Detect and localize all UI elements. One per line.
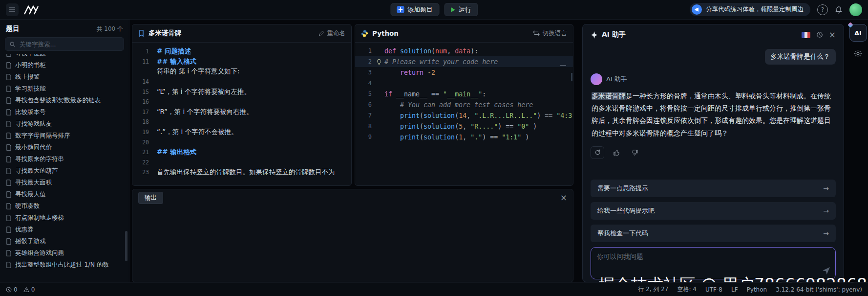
code-editor-panel: Python 切换语言 1 def solution(num, data): 2: [355, 24, 573, 186]
problem-list-item[interactable]: 寻找最大的葫芦: [0, 165, 129, 177]
code-line[interactable]: 1 def solution(num, data):: [355, 46, 573, 56]
problem-list-item[interactable]: 英雄组合游戏问题: [0, 247, 129, 259]
problem-list-item[interactable]: 寻找游戏队友: [0, 118, 129, 130]
output-tab[interactable]: 输出: [138, 192, 163, 204]
rename-button[interactable]: 重命名: [318, 29, 346, 38]
problem-item-label: 比较版本号: [15, 108, 46, 116]
suggestion-button[interactable]: 给我一些代码提示吧 →: [591, 202, 836, 220]
problem-list-item[interactable]: 寻找包含斐波那契数最多的链表: [0, 94, 129, 106]
regenerate-button[interactable]: [591, 146, 604, 159]
markdown-line: 21 ## 输出格式: [134, 147, 347, 158]
search-box[interactable]: [5, 37, 124, 51]
code-token: (: [455, 112, 459, 119]
problem-list-item[interactable]: 有点限制地走楼梯: [0, 212, 129, 224]
bell-icon[interactable]: [835, 6, 843, 14]
problem-list-item[interactable]: 比较版本号: [0, 106, 129, 118]
menu-button[interactable]: [6, 3, 19, 16]
code-token: solution: [423, 123, 455, 130]
switch-language-button[interactable]: 切换语言: [533, 29, 567, 38]
code-token: -2: [427, 69, 435, 76]
sidebar-scrollbar[interactable]: [125, 231, 127, 261]
code-line-number: 3: [355, 69, 372, 76]
code-editor-body[interactable]: 1 def solution(num, data): 2 # Please wr…: [355, 43, 573, 142]
problem-item-label: 找出整型数组中占比超过 1/N 的数: [15, 261, 109, 269]
statusbar-item[interactable]: 3.12.2 64-bit ('shims': pyenv): [776, 286, 862, 293]
code-line[interactable]: 2 # Please write your code here: [355, 56, 573, 67]
add-problem-button[interactable]: 添加题目: [390, 3, 439, 16]
search-input[interactable]: [19, 40, 120, 48]
statusbar-item[interactable]: 行 2, 列 27: [638, 285, 668, 294]
code-token: ): [529, 123, 537, 130]
problem-list-item[interactable]: 线上报警: [0, 71, 129, 83]
code-token: (: [455, 134, 459, 141]
settings-icon[interactable]: [854, 49, 862, 58]
search-icon: [9, 41, 16, 47]
share-promo-button[interactable]: 分享代码练习体验，领限量定制周边: [690, 3, 810, 16]
problem-list-item[interactable]: 寻找最大值: [0, 188, 129, 200]
ai-assistant-panel: AI 助手 × 多米诺骨牌是什么？ AI 助手 多米诺骨牌是一种长方形的骨牌，通…: [582, 24, 844, 282]
problem-list-item[interactable]: 优惠券: [0, 224, 129, 235]
problem-list-item[interactable]: 硬币凑数: [0, 200, 129, 212]
ai-toggle-button[interactable]: AI: [849, 24, 867, 42]
problem-list-item[interactable]: 找出最长的神奇数列: [0, 271, 129, 273]
statusbar: 0 0 行 2, 列 27 空格: 4 UTF-8 LF Python 3.12…: [0, 282, 868, 296]
markdown-line: 符串的 第 i 个字符意义如下:: [134, 67, 347, 77]
code-token: def: [384, 47, 400, 55]
problems-summary[interactable]: 0 0: [6, 286, 35, 293]
markdown-text: “L”，第 i 个字符将要被向左推。: [157, 88, 251, 96]
problem-markdown-body[interactable]: 1 # 问题描述 11 ## 输入格式 符串的 第 i 个字符意义如下: 14: [132, 43, 351, 178]
statusbar-item[interactable]: UTF-8: [705, 286, 722, 293]
statusbar-right: 行 2, 列 27 空格: 4 UTF-8 LF Python 3.12.2 6…: [638, 285, 862, 294]
lightbulb-icon[interactable]: [375, 59, 383, 65]
run-button[interactable]: 运行: [444, 3, 478, 16]
code-line[interactable]: 6 # You can add more test cases here: [355, 99, 573, 110]
suggestion-button[interactable]: 需要一点思路提示 →: [591, 180, 836, 197]
problem-list-item[interactable]: 找出整型数组中占比超过 1/N 的数: [0, 259, 129, 271]
send-icon[interactable]: [822, 267, 830, 275]
suggestion-button[interactable]: 帮我检查一下代码 →: [591, 225, 836, 242]
code-line[interactable]: 4: [355, 78, 573, 89]
problem-list-item[interactable]: 小明的书柜: [0, 59, 129, 71]
problem-list-item[interactable]: 摇骰子游戏: [0, 235, 129, 247]
code-line[interactable]: 7 print(solution(14, ".L.R...LR..L..") =…: [355, 110, 573, 121]
errors-group[interactable]: 0: [6, 286, 18, 293]
history-icon[interactable]: [816, 31, 823, 38]
help-icon[interactable]: ?: [817, 4, 828, 15]
markdown-line: 18: [134, 117, 347, 127]
line-number: 18: [134, 118, 149, 125]
statusbar-item[interactable]: LF: [731, 286, 738, 293]
suggestion-label: 给我一些代码提示吧: [597, 206, 655, 215]
problem-list-item[interactable]: 最小趋同代价: [0, 141, 129, 153]
code-token: (: [420, 134, 423, 141]
code-token: "1:1": [502, 134, 521, 141]
code-line[interactable]: 9 print(solution(1, ".") == "1:1" ): [355, 132, 573, 142]
problem-list-item[interactable]: 学习新技能: [0, 83, 129, 94]
thumbs-down-button[interactable]: [629, 147, 641, 159]
problem-list-item[interactable]: 寻找最大面积: [0, 177, 129, 188]
ai-input-box[interactable]: [591, 247, 836, 279]
code-line[interactable]: 8 print(solution(5, "R....") == "0" ): [355, 121, 573, 132]
ai-panel-title: AI 助手: [602, 30, 626, 39]
code-line-number: 2: [355, 58, 372, 65]
problem-list-item[interactable]: 寻找中位数: [0, 54, 129, 59]
warnings-group[interactable]: 0: [23, 286, 35, 293]
code-line[interactable]: 3 return -2: [355, 67, 573, 78]
problem-list-item[interactable]: 数字字母间隔号排序: [0, 130, 129, 141]
document-icon: [6, 180, 12, 186]
markdown-line: 11 ## 输入格式: [134, 57, 347, 67]
juejin-logo[interactable]: [23, 4, 40, 15]
right-toolbar: AI: [848, 24, 868, 58]
statusbar-item[interactable]: Python: [747, 286, 767, 293]
code-token: print: [400, 123, 420, 130]
ai-input[interactable]: [591, 248, 835, 268]
user-avatar[interactable]: [849, 3, 862, 16]
problem-list-item[interactable]: 寻找原来的字符串: [0, 153, 129, 165]
statusbar-item[interactable]: 空格: 4: [677, 285, 697, 294]
thumbs-up-button[interactable]: [610, 147, 623, 159]
language-flag-icon[interactable]: [802, 32, 810, 38]
output-close-icon[interactable]: ×: [560, 194, 567, 202]
ai-close-icon[interactable]: ×: [829, 31, 836, 39]
markdown-line: 1 # 问题描述: [134, 46, 347, 57]
code-line[interactable]: 5 if __name__ == "__main__":: [355, 89, 573, 99]
markdown-line: 22: [134, 158, 347, 168]
